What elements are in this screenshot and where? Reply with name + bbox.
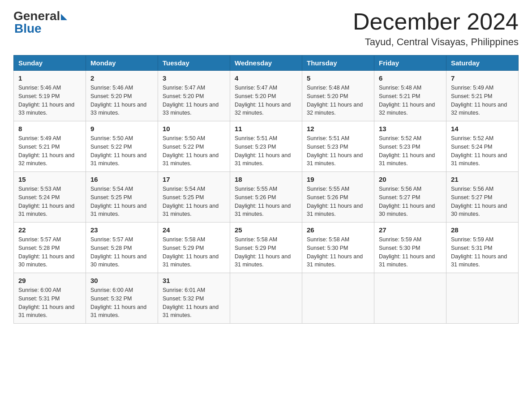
page-header: General Blue December 2024 Tayud, Centra… [13, 9, 519, 48]
day-number: 4 [235, 74, 297, 82]
logo-blue-text: Blue [13, 21, 42, 36]
day-number: 13 [379, 125, 442, 133]
day-number: 25 [235, 226, 297, 234]
calendar-cell: 14 Sunrise: 5:52 AMSunset: 5:24 PMDaylig… [446, 121, 519, 172]
calendar-cell [230, 273, 302, 324]
day-number: 28 [451, 226, 514, 234]
day-info: Sunrise: 5:47 AMSunset: 5:20 PMDaylight:… [235, 84, 297, 117]
day-info: Sunrise: 6:01 AMSunset: 5:32 PMDaylight:… [163, 286, 225, 320]
day-info: Sunrise: 5:47 AMSunset: 5:20 PMDaylight:… [163, 84, 225, 117]
day-number: 29 [18, 277, 81, 284]
day-number: 11 [235, 125, 297, 133]
day-number: 14 [451, 125, 514, 133]
day-info: Sunrise: 5:57 AMSunset: 5:28 PMDaylight:… [90, 235, 153, 269]
day-info: Sunrise: 5:48 AMSunset: 5:21 PMDaylight:… [379, 84, 442, 117]
day-info: Sunrise: 5:52 AMSunset: 5:24 PMDaylight:… [451, 134, 514, 168]
day-number: 12 [307, 125, 369, 133]
calendar-cell: 15 Sunrise: 5:53 AMSunset: 5:24 PMDaylig… [14, 172, 86, 223]
logo-icon [61, 14, 67, 20]
day-info: Sunrise: 5:58 AMSunset: 5:29 PMDaylight:… [163, 235, 225, 269]
calendar-cell: 2 Sunrise: 5:46 AMSunset: 5:20 PMDayligh… [86, 71, 158, 121]
calendar-cell: 11 Sunrise: 5:51 AMSunset: 5:23 PMDaylig… [230, 121, 302, 172]
calendar-cell: 12 Sunrise: 5:51 AMSunset: 5:23 PMDaylig… [302, 121, 374, 172]
calendar-cell: 24 Sunrise: 5:58 AMSunset: 5:29 PMDaylig… [158, 223, 230, 273]
calendar-cell: 1 Sunrise: 5:46 AMSunset: 5:19 PMDayligh… [14, 71, 86, 121]
day-info: Sunrise: 5:48 AMSunset: 5:20 PMDaylight:… [307, 84, 369, 117]
location-title: Tayud, Central Visayas, Philippines [353, 36, 519, 48]
calendar-cell: 22 Sunrise: 5:57 AMSunset: 5:28 PMDaylig… [14, 223, 86, 273]
calendar-cell: 7 Sunrise: 5:49 AMSunset: 5:21 PMDayligh… [446, 71, 519, 121]
day-number: 8 [18, 125, 81, 133]
day-info: Sunrise: 5:51 AMSunset: 5:23 PMDaylight:… [235, 134, 297, 168]
day-info: Sunrise: 5:49 AMSunset: 5:21 PMDaylight:… [18, 134, 81, 168]
day-number: 16 [90, 176, 153, 183]
day-info: Sunrise: 5:46 AMSunset: 5:20 PMDaylight:… [90, 84, 153, 117]
header-sunday: Sunday [14, 56, 86, 71]
day-info: Sunrise: 5:53 AMSunset: 5:24 PMDaylight:… [18, 185, 81, 218]
calendar-cell: 13 Sunrise: 5:52 AMSunset: 5:23 PMDaylig… [374, 121, 446, 172]
calendar-cell: 10 Sunrise: 5:50 AMSunset: 5:22 PMDaylig… [158, 121, 230, 172]
day-info: Sunrise: 5:54 AMSunset: 5:25 PMDaylight:… [163, 185, 225, 218]
header-tuesday: Tuesday [158, 56, 230, 71]
day-number: 24 [163, 226, 225, 234]
logo: General Blue [13, 9, 67, 36]
calendar-cell: 20 Sunrise: 5:56 AMSunset: 5:27 PMDaylig… [374, 172, 446, 223]
day-number: 2 [90, 74, 153, 82]
calendar-cell [302, 273, 374, 324]
calendar-cell: 16 Sunrise: 5:54 AMSunset: 5:25 PMDaylig… [86, 172, 158, 223]
day-info: Sunrise: 5:58 AMSunset: 5:29 PMDaylight:… [235, 235, 297, 269]
day-number: 26 [307, 226, 369, 234]
calendar-cell: 18 Sunrise: 5:55 AMSunset: 5:26 PMDaylig… [230, 172, 302, 223]
day-info: Sunrise: 5:49 AMSunset: 5:21 PMDaylight:… [451, 84, 514, 117]
calendar-week-4: 22 Sunrise: 5:57 AMSunset: 5:28 PMDaylig… [14, 223, 519, 273]
day-number: 22 [18, 226, 81, 234]
calendar-cell: 4 Sunrise: 5:47 AMSunset: 5:20 PMDayligh… [230, 71, 302, 121]
header-thursday: Thursday [302, 56, 374, 71]
calendar-cell: 3 Sunrise: 5:47 AMSunset: 5:20 PMDayligh… [158, 71, 230, 121]
calendar-cell: 21 Sunrise: 5:56 AMSunset: 5:27 PMDaylig… [446, 172, 519, 223]
calendar-week-5: 29 Sunrise: 6:00 AMSunset: 5:31 PMDaylig… [14, 273, 519, 324]
calendar-cell: 30 Sunrise: 6:00 AMSunset: 5:32 PMDaylig… [86, 273, 158, 324]
day-number: 10 [163, 125, 225, 133]
day-number: 18 [235, 176, 297, 183]
calendar-cell [374, 273, 446, 324]
day-number: 19 [307, 176, 369, 183]
day-number: 31 [163, 277, 225, 284]
day-info: Sunrise: 5:52 AMSunset: 5:23 PMDaylight:… [379, 134, 442, 168]
day-info: Sunrise: 5:59 AMSunset: 5:31 PMDaylight:… [451, 235, 514, 269]
day-info: Sunrise: 5:55 AMSunset: 5:26 PMDaylight:… [235, 185, 297, 218]
day-number: 20 [379, 176, 442, 183]
day-number: 17 [163, 176, 225, 183]
header-friday: Friday [374, 56, 446, 71]
day-number: 23 [90, 226, 153, 234]
day-number: 21 [451, 176, 514, 183]
day-info: Sunrise: 5:56 AMSunset: 5:27 PMDaylight:… [451, 185, 514, 218]
day-number: 27 [379, 226, 442, 234]
calendar-cell: 28 Sunrise: 5:59 AMSunset: 5:31 PMDaylig… [446, 223, 519, 273]
month-title: December 2024 [353, 9, 519, 34]
day-number: 9 [90, 125, 153, 133]
calendar-cell: 19 Sunrise: 5:55 AMSunset: 5:26 PMDaylig… [302, 172, 374, 223]
day-info: Sunrise: 5:51 AMSunset: 5:23 PMDaylight:… [307, 134, 369, 168]
day-number: 6 [379, 74, 442, 82]
calendar-cell: 27 Sunrise: 5:59 AMSunset: 5:30 PMDaylig… [374, 223, 446, 273]
calendar-week-3: 15 Sunrise: 5:53 AMSunset: 5:24 PMDaylig… [14, 172, 519, 223]
day-info: Sunrise: 5:57 AMSunset: 5:28 PMDaylight:… [18, 235, 81, 269]
day-number: 30 [90, 277, 153, 284]
calendar-week-2: 8 Sunrise: 5:49 AMSunset: 5:21 PMDayligh… [14, 121, 519, 172]
calendar-table: SundayMondayTuesdayWednesdayThursdayFrid… [13, 55, 519, 324]
day-info: Sunrise: 6:00 AMSunset: 5:32 PMDaylight:… [90, 286, 153, 320]
day-info: Sunrise: 5:50 AMSunset: 5:22 PMDaylight:… [163, 134, 225, 168]
calendar-cell: 6 Sunrise: 5:48 AMSunset: 5:21 PMDayligh… [374, 71, 446, 121]
calendar-cell: 26 Sunrise: 5:58 AMSunset: 5:30 PMDaylig… [302, 223, 374, 273]
calendar-header-row: SundayMondayTuesdayWednesdayThursdayFrid… [14, 56, 519, 71]
header-monday: Monday [86, 56, 158, 71]
day-info: Sunrise: 5:50 AMSunset: 5:22 PMDaylight:… [90, 134, 153, 168]
title-section: December 2024 Tayud, Central Visayas, Ph… [353, 9, 519, 48]
day-number: 7 [451, 74, 514, 82]
day-info: Sunrise: 5:55 AMSunset: 5:26 PMDaylight:… [307, 185, 369, 218]
calendar-cell: 29 Sunrise: 6:00 AMSunset: 5:31 PMDaylig… [14, 273, 86, 324]
calendar-cell: 17 Sunrise: 5:54 AMSunset: 5:25 PMDaylig… [158, 172, 230, 223]
day-number: 5 [307, 74, 369, 82]
calendar-cell [446, 273, 519, 324]
